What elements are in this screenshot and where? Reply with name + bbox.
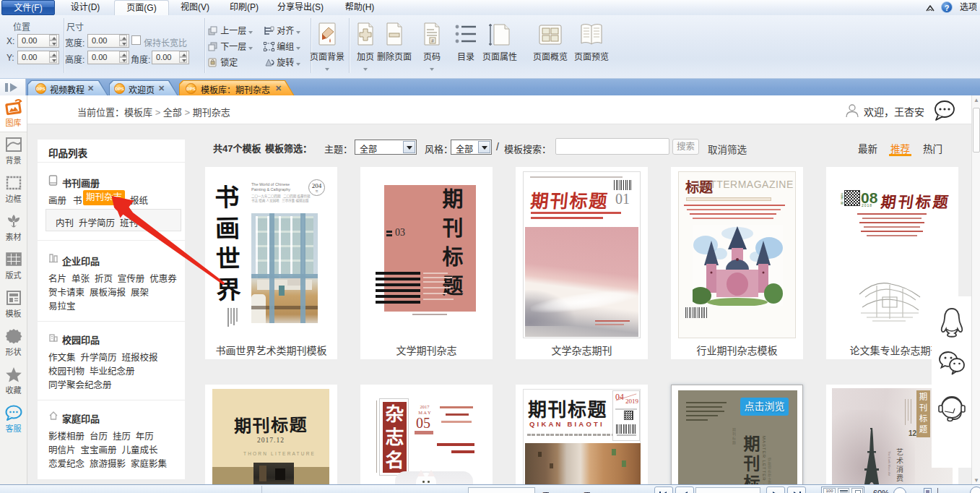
svg-text:#: # xyxy=(431,38,434,43)
